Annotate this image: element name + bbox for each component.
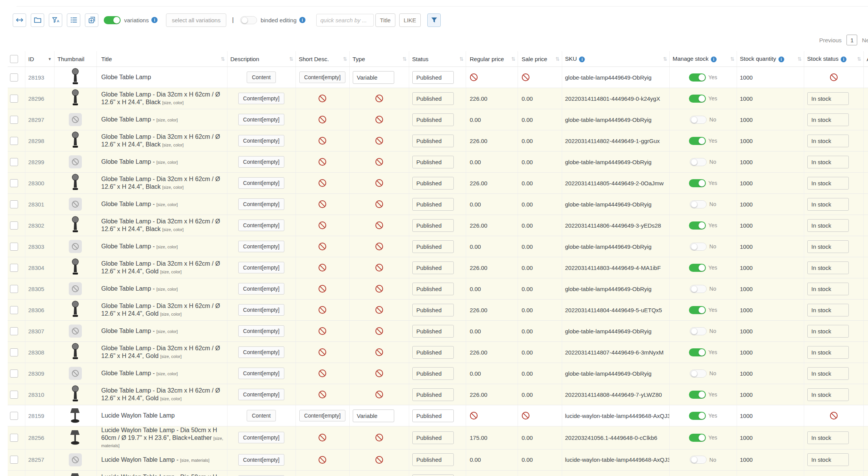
content-button[interactable]: Content[empty] [238,304,285,316]
sale-price-value[interactable]: 0.00 [522,117,533,123]
regular-price-value[interactable]: 226.00 [470,138,488,144]
status-value[interactable]: Published [412,92,454,105]
cell-regular-price[interactable] [466,470,518,476]
sale-price-value[interactable]: 0.00 [522,434,533,441]
sale-price-value[interactable]: 0.00 [522,265,533,271]
sort-icon[interactable]: ⇅ [663,56,667,62]
cell-thumbnail[interactable] [54,449,96,470]
cell-regular-price[interactable] [466,67,518,88]
current-page-number[interactable]: 1 [846,35,857,45]
cell-thumbnail[interactable] [54,236,96,257]
cell-thumbnail[interactable] [54,257,96,278]
cell-thumbnail[interactable] [54,384,96,405]
row-checkbox[interactable] [10,221,18,230]
binded-editing-toggle[interactable] [240,16,257,24]
sale-price-value[interactable]: 0.00 [522,95,533,102]
cell-sale-price[interactable]: 0.00 [518,384,562,405]
cell-regular-price[interactable]: 226.00 [466,215,518,236]
status-value[interactable]: Published [412,346,454,359]
cell-regular-price[interactable]: 226.00 [466,384,518,405]
content-button[interactable]: Content[empty] [238,241,285,252]
select-all-checkbox[interactable] [10,55,18,63]
column-header-stock-quantity[interactable]: Stock quantityi⇅ [737,51,804,67]
content-button[interactable]: Content[empty] [238,346,285,358]
cell-sku[interactable]: 202203241056.1-4449648-0-cClkb6 [562,426,669,449]
manage-stock-toggle[interactable] [689,434,706,442]
cell-stock-quantity[interactable]: 1000 [737,342,804,363]
cell-stock-quantity[interactable]: 1000 [737,278,804,300]
row-checkbox[interactable] [10,95,18,103]
cell-sale-price[interactable]: 0.00 [518,173,562,194]
cell-thumbnail[interactable] [54,300,96,321]
cell-sku[interactable]: lucide-waylon-table-lamp4449648-AxQJ3d [562,405,669,426]
content-button[interactable]: Content[empty] [238,389,285,400]
cell-stock-quantity[interactable]: 1000 [737,405,804,426]
cell-sku[interactable]: globe-table-lamp4449649-ObRyig [562,321,669,342]
manage-stock-toggle[interactable] [689,137,706,145]
cell-sku[interactable] [562,470,669,476]
search-field-button[interactable]: Title [375,13,395,27]
manage-stock-toggle[interactable] [690,285,707,293]
cell-title[interactable]: Globe Table Lamp - [size, color] [96,278,227,300]
cell-thumbnail[interactable] [54,109,96,130]
column-header-regular-price[interactable]: Regular price⇅ [466,51,518,67]
regular-price-value[interactable]: 226.00 [470,349,488,356]
stock-status-value[interactable]: In stock [807,92,849,105]
sku-info-icon[interactable]: i [579,57,585,62]
column-header-id[interactable]: ID▼ [25,51,54,67]
regular-price-value[interactable]: 175.00 [470,434,488,441]
stock-status-value[interactable]: In stock [807,283,849,295]
cell-stock-quantity[interactable]: 1000 [737,300,804,321]
cell-regular-price[interactable]: 0.00 [466,236,518,257]
content-button[interactable]: Content[empty] [238,432,285,443]
cell-regular-price[interactable]: 0.00 [466,109,518,130]
cell-sale-price[interactable]: 0.00 [518,342,562,363]
cell-regular-price[interactable]: 226.00 [466,173,518,194]
row-checkbox[interactable] [10,137,18,145]
status-value[interactable]: Published [412,71,454,84]
cell-stock-quantity[interactable]: 1000 [737,67,804,88]
next-page-link[interactable]: Next [862,37,868,43]
sale-price-value[interactable]: 0.00 [522,370,533,377]
cell-title[interactable]: Lucide Waylon Table Lamp - [size, materi… [96,449,227,470]
expand-horizontal-button[interactable] [13,13,26,27]
row-checkbox[interactable] [10,200,18,208]
sale-price-value[interactable]: 0.00 [522,222,533,229]
cell-sku[interactable]: globe-table-lamp4449649-ObRyig [562,67,669,88]
row-checkbox[interactable] [10,456,18,464]
cell-thumbnail[interactable] [54,173,96,194]
cell-thumbnail[interactable] [54,151,96,173]
sort-icon[interactable]: ⇅ [798,56,802,62]
sale-price-value[interactable]: 0.00 [522,159,533,165]
cell-sku[interactable]: globe-table-lamp4449649-ObRyig [562,109,669,130]
cell-sku[interactable]: globe-table-lamp4449649-ObRyig [562,151,669,173]
manage-stock-toggle[interactable] [689,412,706,420]
cell-title[interactable]: Globe Table Lamp - [size, color] [96,151,227,173]
cell-sku[interactable]: 20220314114806-4449649-3-yEDs28 [562,215,669,236]
cell-sale-price[interactable]: 0.00 [518,151,562,173]
cell-title[interactable]: Globe Table Lamp - Dia 32cm x H 62cm / Ø… [96,173,227,194]
column-header-sku[interactable]: SKUi⇅ [562,51,669,67]
cell-thumbnail[interactable] [54,363,96,384]
content-button[interactable]: Content[empty] [238,198,285,210]
cell-sku[interactable]: 20220314114807-4449649-6-3mNyxM [562,342,669,363]
row-checkbox[interactable] [10,243,18,251]
row-checkbox[interactable] [10,264,18,272]
cell-thumbnail[interactable] [54,67,96,88]
cell-regular-price[interactable]: 226.00 [466,88,518,109]
sale-price-value[interactable]: 0.00 [522,138,533,144]
regular-price-value[interactable]: 0.00 [470,456,481,463]
cell-sale-price[interactable] [518,405,562,426]
cell-title[interactable]: Globe Table Lamp - [size, color] [96,363,227,384]
status-value[interactable]: Published [412,474,454,476]
status-value[interactable]: Published [412,156,454,168]
cell-sale-price[interactable]: 0.00 [518,363,562,384]
column-header-description[interactable]: Description⇅ [227,51,295,67]
search-operator-button[interactable]: LIKE [399,13,421,27]
column-header-manage-stock[interactable]: Manage stocki⇅ [669,51,737,67]
stock-status-value[interactable]: In stock [807,113,849,126]
sort-icon[interactable]: ⇅ [857,56,861,62]
cell-title[interactable]: Globe Table Lamp - [size, color] [96,109,227,130]
cell-title[interactable]: Globe Table Lamp - Dia 32cm x H 62cm / Ø… [96,300,227,321]
row-checkbox[interactable] [10,369,18,378]
